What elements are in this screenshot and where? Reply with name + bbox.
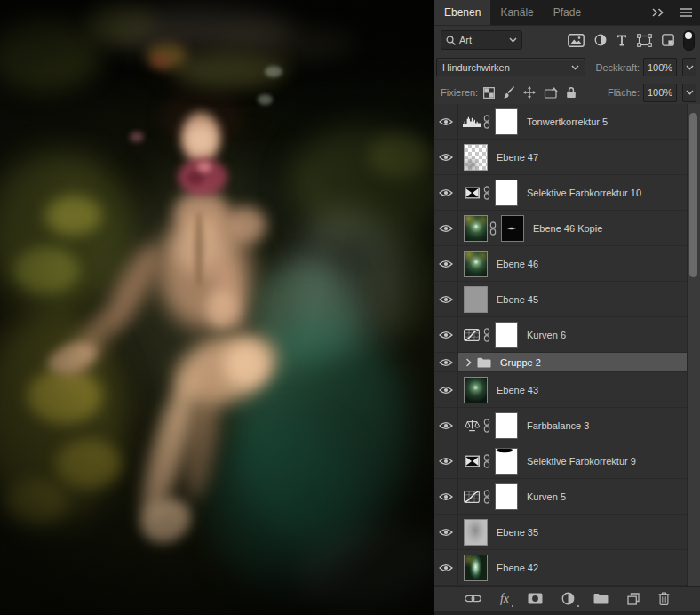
mask-link-icon[interactable]	[483, 419, 490, 433]
layer-row-content[interactable]: Kurven 6	[458, 317, 687, 352]
fill-dropdown-button[interactable]	[682, 84, 696, 102]
layer-row-content[interactable]: Ebene 46 Kopie	[458, 211, 687, 245]
photo-surface-streak	[98, 4, 293, 53]
lock-all-icon[interactable]	[566, 86, 577, 99]
opacity-dropdown-button[interactable]	[682, 58, 696, 76]
shape-layers-filter-icon[interactable]	[637, 34, 652, 47]
layer-group-row[interactable]: Gruppe 2	[434, 353, 687, 372]
lock-artboard-nesting-icon[interactable]	[544, 87, 558, 99]
layer-row[interactable]: Ebene 42	[434, 550, 687, 586]
layer-row[interactable]: Ebene 35	[434, 515, 687, 550]
layer-visibility-toggle[interactable]	[434, 550, 458, 585]
layer-effects-icon[interactable]: fx	[500, 593, 509, 605]
layer-row-content[interactable]: Ebene 45	[458, 282, 687, 316]
layer-row[interactable]: Selektive Farbkorrektur 9	[434, 443, 687, 479]
group-expand-chevron-icon[interactable]	[465, 358, 472, 367]
layer-row[interactable]: Kurven 5	[434, 479, 687, 515]
blend-mode-select[interactable]: Hindurchwirken	[436, 58, 585, 76]
mask-link-icon[interactable]	[483, 115, 490, 129]
layer-visibility-toggle[interactable]	[434, 282, 458, 316]
collapse-panel-icon[interactable]	[651, 8, 664, 17]
type-layers-filter-icon[interactable]	[616, 35, 627, 46]
layer-visibility-toggle[interactable]	[434, 443, 458, 478]
layer-visibility-toggle[interactable]	[434, 353, 458, 371]
layer-row[interactable]: Ebene 46 Kopie	[434, 211, 687, 246]
layer-visibility-toggle[interactable]	[434, 372, 458, 407]
pixel-layers-filter-icon[interactable]	[568, 34, 585, 47]
layer-row-content[interactable]: Ebene 35	[458, 515, 687, 549]
layer-visibility-toggle[interactable]	[434, 211, 458, 245]
mask-link-icon[interactable]	[483, 454, 490, 468]
lock-transparent-pixels-icon[interactable]	[483, 87, 495, 99]
layer-mask-thumbnail[interactable]	[495, 448, 518, 475]
layer-row-content[interactable]: Ebene 42	[458, 550, 687, 585]
layers-panel: Ebenen Kanäle Pfade Art	[434, 0, 700, 615]
opacity-label: Deckkraft:	[595, 62, 640, 73]
delete-layer-icon[interactable]	[658, 592, 670, 605]
mask-link-icon[interactable]	[483, 186, 490, 200]
layer-thumbnail[interactable]	[464, 144, 488, 171]
layer-row-content[interactable]: Farbbalance 3	[458, 408, 687, 443]
document-canvas[interactable]	[0, 0, 434, 615]
layer-list-scrollbar[interactable]	[687, 104, 700, 586]
layer-row-content[interactable]: Gruppe 2	[458, 353, 687, 371]
layer-mask-thumbnail[interactable]	[501, 215, 524, 242]
layer-mask-thumbnail[interactable]	[495, 483, 518, 510]
layer-row[interactable]: Kurven 6	[434, 317, 687, 353]
tab-ebenen[interactable]: Ebenen	[434, 0, 490, 25]
layer-visibility-toggle[interactable]	[434, 317, 458, 352]
layer-thumbnail[interactable]	[464, 377, 488, 403]
lock-image-pixels-icon[interactable]	[503, 86, 515, 99]
layer-thumbnail[interactable]	[464, 251, 488, 277]
lock-position-icon[interactable]	[523, 86, 536, 99]
layer-visibility-toggle[interactable]	[434, 175, 458, 210]
layer-row-content[interactable]: Selektive Farbkorrektur 9	[458, 443, 687, 478]
layer-filter-type-select[interactable]: Art	[441, 30, 522, 50]
layer-thumbnail[interactable]	[464, 519, 488, 546]
opacity-value-field[interactable]: 100%	[643, 58, 677, 76]
tab-kanaele[interactable]: Kanäle	[490, 0, 543, 25]
layer-mask-thumbnail[interactable]	[495, 108, 518, 135]
layer-mask-thumbnail[interactable]	[495, 180, 518, 206]
mask-link-icon[interactable]	[489, 221, 497, 236]
link-layers-icon[interactable]	[465, 595, 481, 603]
layer-row[interactable]: Tonwertkorrektur 5	[434, 104, 687, 140]
layer-row[interactable]: Ebene 43	[434, 372, 687, 408]
add-adjustment-layer-icon[interactable]	[561, 592, 575, 605]
adjustment-layers-filter-icon[interactable]	[594, 34, 607, 46]
layer-thumbnail[interactable]	[464, 286, 488, 313]
new-group-icon[interactable]	[593, 593, 609, 604]
smart-objects-filter-icon[interactable]	[662, 34, 674, 46]
layer-row[interactable]: Ebene 46	[434, 246, 687, 282]
layer-row-content[interactable]: Ebene 43	[458, 372, 687, 407]
layer-mask-thumbnail[interactable]	[495, 412, 518, 439]
layer-visibility-toggle[interactable]	[434, 104, 458, 139]
layer-row-content[interactable]: Ebene 46	[458, 246, 687, 281]
layer-visibility-toggle[interactable]	[434, 479, 458, 514]
layer-name: Selektive Farbkorrektur 9	[527, 456, 636, 467]
layer-thumbnail[interactable]	[464, 555, 488, 581]
fill-value-field[interactable]: 100%	[643, 84, 677, 102]
mask-link-icon[interactable]	[483, 328, 490, 342]
layer-row[interactable]: Ebene 47	[434, 140, 687, 175]
layer-row[interactable]: Ebene 45	[434, 282, 687, 317]
mask-link-icon[interactable]	[483, 490, 490, 504]
layer-mask-thumbnail[interactable]	[495, 322, 518, 348]
layer-row[interactable]: Selektive Farbkorrektur 10	[434, 175, 687, 211]
layer-visibility-toggle[interactable]	[434, 246, 458, 281]
layer-row-content[interactable]: Selektive Farbkorrektur 10	[458, 175, 687, 210]
layer-filter-toggle[interactable]	[683, 30, 695, 51]
layer-row[interactable]: Farbbalance 3	[434, 408, 687, 443]
scrollbar-thumb[interactable]	[689, 113, 697, 277]
layer-thumbnail[interactable]	[464, 215, 488, 242]
new-layer-icon[interactable]	[627, 593, 640, 605]
layer-visibility-toggle[interactable]	[434, 140, 458, 174]
layer-row-content[interactable]: Tonwertkorrektur 5	[458, 104, 687, 139]
layer-visibility-toggle[interactable]	[434, 515, 458, 549]
layer-row-content[interactable]: Ebene 47	[458, 140, 687, 174]
tab-pfade[interactable]: Pfade	[544, 0, 591, 25]
layer-visibility-toggle[interactable]	[434, 408, 458, 443]
add-layer-mask-icon[interactable]	[528, 593, 543, 604]
layer-row-content[interactable]: Kurven 5	[458, 479, 687, 514]
panel-menu-icon[interactable]	[680, 8, 692, 17]
